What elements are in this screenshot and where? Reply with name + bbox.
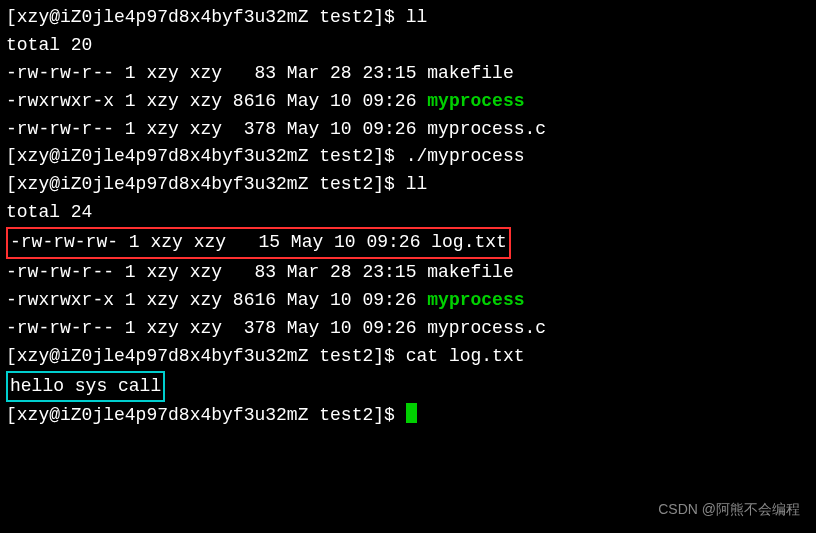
shell-prompt: [xzy@iZ0jle4p97d8x4byf3u32mZ test2]$ — [6, 346, 406, 366]
shell-prompt: [xzy@iZ0jle4p97d8x4byf3u32mZ test2]$ — [6, 405, 406, 425]
prompt-line[interactable]: [xzy@iZ0jle4p97d8x4byf3u32mZ test2]$ ll — [6, 4, 810, 32]
executable-name: myprocess — [427, 290, 524, 310]
ls-row: -rwxrwxr-x 1 xzy xzy 8616 May 10 09:26 m… — [6, 287, 810, 315]
ls-row: -rw-rw-r-- 1 xzy xzy 83 Mar 28 23:15 mak… — [6, 259, 810, 287]
output-total: total 20 — [6, 32, 810, 60]
terminal-output: [xzy@iZ0jle4p97d8x4byf3u32mZ test2]$ ll … — [6, 4, 810, 430]
watermark-text: CSDN @阿熊不会编程 — [658, 499, 800, 521]
prompt-line[interactable]: [xzy@iZ0jle4p97d8x4byf3u32mZ test2]$ ll — [6, 171, 810, 199]
command: cat log.txt — [406, 346, 525, 366]
shell-prompt: [xzy@iZ0jle4p97d8x4byf3u32mZ test2]$ — [6, 7, 406, 27]
shell-prompt: [xzy@iZ0jle4p97d8x4byf3u32mZ test2]$ — [6, 174, 406, 194]
cat-output-highlighted: hello sys call — [6, 371, 810, 403]
command: ll — [406, 174, 428, 194]
command: ll — [406, 7, 428, 27]
highlight-box-red: -rw-rw-rw- 1 xzy xzy 15 May 10 09:26 log… — [6, 227, 511, 259]
prompt-line[interactable]: [xzy@iZ0jle4p97d8x4byf3u32mZ test2]$ — [6, 402, 810, 430]
ls-row-highlighted: -rw-rw-rw- 1 xzy xzy 15 May 10 09:26 log… — [6, 227, 810, 259]
ls-row: -rw-rw-r-- 1 xzy xzy 378 May 10 09:26 my… — [6, 116, 810, 144]
ls-row: -rw-rw-r-- 1 xzy xzy 83 Mar 28 23:15 mak… — [6, 60, 810, 88]
prompt-line[interactable]: [xzy@iZ0jle4p97d8x4byf3u32mZ test2]$ cat… — [6, 343, 810, 371]
ls-row: -rw-rw-r-- 1 xzy xzy 378 May 10 09:26 my… — [6, 315, 810, 343]
command: ./myprocess — [406, 146, 525, 166]
prompt-line[interactable]: [xzy@iZ0jle4p97d8x4byf3u32mZ test2]$ ./m… — [6, 143, 810, 171]
cursor-icon — [406, 403, 417, 423]
shell-prompt: [xzy@iZ0jle4p97d8x4byf3u32mZ test2]$ — [6, 146, 406, 166]
output-total: total 24 — [6, 199, 810, 227]
executable-name: myprocess — [427, 91, 524, 111]
ls-row: -rwxrwxr-x 1 xzy xzy 8616 May 10 09:26 m… — [6, 88, 810, 116]
highlight-box-cyan: hello sys call — [6, 371, 165, 403]
